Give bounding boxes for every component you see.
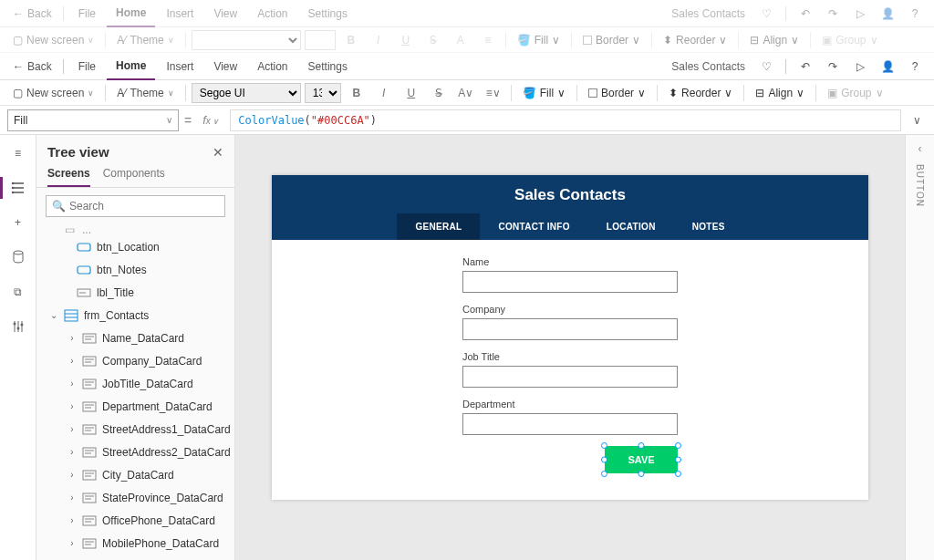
reorder-button[interactable]: ⬍Reorder∨ (663, 87, 738, 99)
tree-item[interactable]: ›Company_DataCard (40, 349, 231, 372)
chevron-right-icon[interactable]: › (67, 424, 77, 434)
formula-fn: ColorValue (238, 114, 304, 127)
play-icon: ▷ (848, 3, 872, 25)
button-icon: ▭ (62, 224, 77, 235)
property-label: Fill (14, 114, 27, 127)
theme-button[interactable]: A⁄ Theme ∨ (111, 83, 179, 103)
group-label: Group (841, 87, 871, 99)
underline-icon[interactable]: U (400, 83, 423, 103)
menu-insert[interactable]: Insert (157, 53, 202, 80)
tree-item[interactable]: ›JobTitle_DataCard (40, 372, 231, 395)
svg-rect-8 (78, 266, 90, 274)
fill-button[interactable]: 🪣Fill∨ (517, 87, 571, 99)
tree-item[interactable]: ›City_DataCard (40, 463, 231, 486)
chevron-right-icon[interactable]: › (67, 515, 77, 525)
font-size-input[interactable]: 13 (305, 83, 341, 103)
close-icon[interactable]: ✕ (213, 145, 223, 160)
advanced-icon[interactable] (9, 317, 27, 336)
input-company[interactable] (462, 318, 678, 340)
topbar-ghost: ← Back File Home Insert View Action Sett… (0, 0, 934, 27)
tree-item[interactable]: ▭... (40, 224, 231, 235)
help-icon[interactable]: ? (903, 56, 927, 78)
property-select[interactable]: Fill ∨ (7, 109, 179, 131)
chevron-down-icon[interactable]: ⌄ (49, 310, 58, 320)
tree-item[interactable]: ›StateProvince_DataCard (40, 486, 231, 509)
form-icon (64, 309, 78, 322)
input-department[interactable] (462, 413, 678, 435)
chevron-right-icon[interactable]: › (67, 356, 77, 366)
media-icon[interactable]: ⧉ (9, 283, 27, 301)
svg-rect-14 (83, 334, 96, 343)
strike-icon[interactable]: S̶ (427, 83, 451, 103)
menu-view[interactable]: View (204, 53, 246, 80)
align-button[interactable]: ⊟Align∨ (750, 87, 810, 99)
card-icon (82, 378, 97, 390)
strike-icon: S̶ (421, 30, 445, 50)
theme-label: Theme (130, 87, 163, 99)
fontcolor-icon[interactable]: A∨ (454, 83, 478, 103)
search-input[interactable] (69, 200, 219, 213)
checker-icon[interactable]: ♡ (754, 56, 778, 78)
menu-settings[interactable]: Settings (299, 53, 357, 80)
share-icon[interactable]: 👤 (876, 56, 899, 78)
chevron-right-icon[interactable]: › (67, 538, 77, 548)
svg-point-4 (13, 323, 16, 326)
search-icon: 🔍 (52, 200, 66, 213)
menu-action[interactable]: Action (248, 53, 296, 80)
svg-rect-23 (83, 402, 96, 411)
tree-item[interactable]: ›MobilePhone_DataCard (40, 532, 231, 555)
tab-notes[interactable]: NOTES (674, 213, 743, 240)
divider (63, 6, 64, 21)
tab-contact-info[interactable]: CONTACT INFO (480, 213, 587, 240)
tree-item[interactable]: btn_Notes (40, 258, 231, 281)
formula-input[interactable]: ColorValue("#00CC6A") (230, 109, 901, 131)
menu-file[interactable]: File (69, 53, 105, 80)
tab-components[interactable]: Components (103, 167, 165, 187)
tree-item[interactable]: ⌄frm_Contacts (40, 304, 231, 327)
tree-item[interactable]: ›Name_DataCard (40, 327, 231, 349)
bold-icon[interactable]: B (345, 83, 368, 103)
tree-view-icon[interactable] (9, 179, 27, 197)
tab-general[interactable]: GENERAL (397, 213, 480, 240)
tree-item[interactable]: btn_Location (40, 235, 231, 258)
data-icon[interactable] (9, 248, 27, 266)
chevron-right-icon[interactable]: › (67, 493, 77, 503)
alignleft-icon[interactable]: ≡∨ (482, 83, 505, 103)
insert-icon[interactable]: + (9, 213, 27, 232)
tree-item[interactable]: ›StreetAddress1_DataCard (40, 418, 231, 441)
tab-screens[interactable]: Screens (47, 167, 90, 187)
chevron-right-icon[interactable]: › (67, 333, 77, 343)
play-icon[interactable]: ▷ (848, 56, 872, 78)
expand-formula-icon[interactable]: ∨ (907, 114, 927, 127)
chevron-right-icon[interactable]: › (67, 401, 77, 411)
border-button[interactable]: Border∨ (583, 87, 651, 99)
preview-header: Sales Contacts GENERAL CONTACT INFO LOCA… (272, 175, 868, 240)
tree-item[interactable]: ›OfficePhone_DataCard (40, 509, 231, 532)
tree-item[interactable]: lbl_Title (40, 281, 231, 304)
input-jobtitle[interactable] (462, 366, 678, 388)
canvas[interactable]: Sales Contacts GENERAL CONTACT INFO LOCA… (235, 135, 905, 560)
tree-item-label: JobTitle_DataCard (102, 378, 193, 390)
new-screen-button[interactable]: ▢ New screen ∨ (7, 83, 99, 103)
save-button[interactable]: SAVE (605, 446, 678, 473)
tree-search[interactable]: 🔍 (46, 195, 225, 217)
menu-home[interactable]: Home (107, 53, 155, 80)
redo-icon[interactable]: ↷ (821, 56, 845, 78)
undo-icon[interactable]: ↶ (794, 56, 817, 78)
card-icon (82, 446, 97, 459)
tab-location[interactable]: LOCATION (588, 213, 674, 240)
tree-item[interactable]: ›StreetAddress2_DataCard (40, 441, 231, 463)
chevron-right-icon[interactable]: › (67, 379, 77, 389)
chevron-right-icon[interactable]: › (67, 447, 77, 457)
font-family-select[interactable]: Segoe UI (192, 83, 301, 103)
chevron-left-icon[interactable]: ‹ (918, 142, 922, 155)
chevron-right-icon[interactable]: › (67, 470, 77, 480)
back-button[interactable]: ← Back (7, 60, 57, 73)
hamburger-icon[interactable]: ≡ (9, 144, 27, 162)
group-button: ▣Group∨ (822, 87, 888, 99)
italic-icon[interactable]: I (372, 83, 396, 103)
svg-point-6 (20, 324, 23, 327)
input-name[interactable] (462, 271, 678, 293)
card-icon (82, 537, 97, 550)
tree-item[interactable]: ›Department_DataCard (40, 395, 231, 418)
